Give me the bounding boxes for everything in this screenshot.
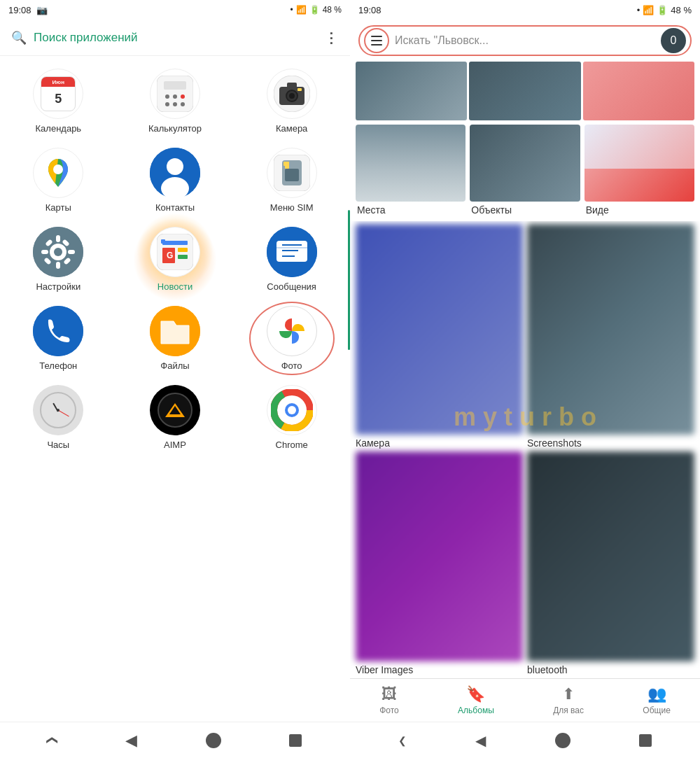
albums-tab-icon: 🔖 <box>466 685 485 703</box>
app-item-news[interactable]: G Новости <box>136 227 214 292</box>
svg-rect-22 <box>285 169 299 181</box>
right-status-icons: • 📶 🔋 48 % <box>637 5 692 15</box>
app-item-maps[interactable]: Карты <box>20 148 97 213</box>
album-camera[interactable]: Камера <box>356 224 523 449</box>
svg-point-5 <box>165 102 169 106</box>
top-photo-2[interactable] <box>469 62 580 120</box>
search-label: Поиск приложений <box>34 31 317 45</box>
search-icon: 🔍 <box>11 30 27 45</box>
right-chevron-icon[interactable]: ❮ <box>398 735 407 746</box>
screenshots-album-label: Screenshots <box>527 437 694 449</box>
camera-icon-bg <box>267 69 317 119</box>
album-viber[interactable]: Viber Images <box>356 451 523 676</box>
clock-icon <box>33 385 83 435</box>
svg-point-3 <box>173 94 177 99</box>
svg-rect-31 <box>41 250 48 254</box>
places-thumb <box>356 125 465 202</box>
album-bluetooth[interactable]: bluetooth <box>527 451 694 676</box>
home-button[interactable] <box>206 733 221 748</box>
photos-tab-label: Фото <box>379 706 399 715</box>
recent-button[interactable] <box>289 734 302 747</box>
app-item-photos[interactable]: Фото <box>253 306 330 371</box>
category-video[interactable]: Виде <box>584 125 694 216</box>
left-search-bar[interactable]: 🔍 Поиск приложений ⋮ <box>0 20 350 56</box>
svg-point-6 <box>173 102 177 106</box>
app-item-calendar[interactable]: Июн 5 Календарь <box>20 69 97 134</box>
foryou-tab-label: Для вас <box>553 706 584 715</box>
right-home-button[interactable] <box>555 733 570 748</box>
files-label: Файлы <box>160 360 189 371</box>
svg-point-16 <box>53 164 63 174</box>
app-item-contacts[interactable]: Контакты <box>136 148 214 213</box>
category-places[interactable]: Места <box>356 125 465 216</box>
app-row-0: Июн 5 Календарь <box>0 62 350 141</box>
app-item-camera[interactable]: Камера <box>253 69 330 134</box>
categories-row: Места Объекты Виде <box>356 125 694 216</box>
app-row-3: Телефон Файлы <box>0 299 350 378</box>
svg-point-18 <box>167 158 183 175</box>
right-search-bar: Искать "Львовск... 0 <box>350 20 700 62</box>
tab-albums[interactable]: 🔖 Альбомы <box>449 682 503 718</box>
calendar-icon: Июн 5 <box>33 69 83 119</box>
chevron-down-icon[interactable]: ❮ <box>46 736 59 745</box>
category-objects[interactable]: Объекты <box>470 125 580 216</box>
places-label: Места <box>356 204 465 216</box>
user-avatar-badge[interactable]: 0 <box>661 28 686 53</box>
app-item-clock[interactable]: Часы <box>20 385 97 450</box>
viber-album-label: Viber Images <box>356 664 523 675</box>
svg-rect-29 <box>56 235 60 242</box>
tab-shared[interactable]: 👥 Общие <box>634 682 678 718</box>
albums-row-2: Viber Images bluetooth <box>356 451 694 676</box>
app-item-sim[interactable]: Меню SIM <box>253 148 330 213</box>
bottom-tabs: 🖼 Фото 🔖 Альбомы ⬆ Для вас 👥 Общие <box>350 678 700 722</box>
categories-section: Места Объекты Виде <box>350 125 700 221</box>
contacts-icon <box>150 148 200 198</box>
aimp-label: AIMP <box>164 440 186 450</box>
photos-label: Фото <box>281 360 302 371</box>
right-recent-button[interactable] <box>639 734 652 747</box>
chrome-label: Chrome <box>276 440 308 450</box>
bluetooth-album-thumb <box>527 451 694 662</box>
app-item-chrome[interactable]: Chrome <box>253 385 330 450</box>
search-input-text[interactable]: Искать "Львовск... <box>395 34 655 47</box>
maps-label: Карты <box>46 202 71 213</box>
albums-tab-label: Альбомы <box>458 706 494 715</box>
photos-icon <box>267 306 317 356</box>
sim-label: Меню SIM <box>270 202 314 213</box>
search-box[interactable]: Искать "Львовск... 0 <box>358 25 692 56</box>
app-item-files[interactable]: Файлы <box>136 306 214 371</box>
svg-rect-1 <box>164 81 186 90</box>
svg-rect-25 <box>284 162 289 166</box>
svg-rect-13 <box>287 83 297 88</box>
aimp-icon <box>150 385 200 435</box>
phone-icon <box>33 306 83 356</box>
left-panel: 19:08 📷 • 📶 🔋 48 % 🔍 Поиск приложений ⋮ … <box>0 0 350 758</box>
albums-row-1: Камера Screenshots <box>356 224 694 449</box>
news-icon: G <box>150 227 200 277</box>
top-photo-1[interactable] <box>356 62 467 120</box>
phone-label: Телефон <box>39 360 77 371</box>
tab-photos[interactable]: 🖼 Фото <box>371 682 407 718</box>
right-back-button[interactable]: ◀ <box>475 732 486 749</box>
back-button[interactable]: ◀ <box>125 731 137 750</box>
more-options-icon[interactable]: ⋮ <box>324 29 339 46</box>
svg-rect-43 <box>161 239 165 244</box>
svg-point-4 <box>181 94 185 99</box>
app-item-aimp[interactable]: AIMP <box>136 385 214 450</box>
video-label: Виде <box>584 204 694 216</box>
app-item-settings[interactable]: Настройки <box>20 227 97 292</box>
right-bottom-nav: ❮ ◀ <box>350 722 700 758</box>
hamburger-button[interactable] <box>364 28 389 53</box>
files-icon <box>150 306 200 356</box>
app-item-messages[interactable]: Сообщения <box>253 227 330 292</box>
album-screenshots[interactable]: Screenshots <box>527 224 694 449</box>
top-photo-3[interactable] <box>583 62 694 120</box>
right-panel: 19:08 • 📶 🔋 48 % Искать "Львовск... 0 <box>350 0 700 758</box>
svg-rect-40 <box>178 248 188 252</box>
bluetooth-album-label: bluetooth <box>527 664 694 675</box>
tab-foryou[interactable]: ⬆ Для вас <box>545 682 592 718</box>
news-label: Новости <box>158 281 192 292</box>
shared-tab-label: Общие <box>643 706 670 715</box>
app-item-calculator[interactable]: Калькулятор <box>136 69 214 134</box>
app-item-phone[interactable]: Телефон <box>20 306 97 371</box>
